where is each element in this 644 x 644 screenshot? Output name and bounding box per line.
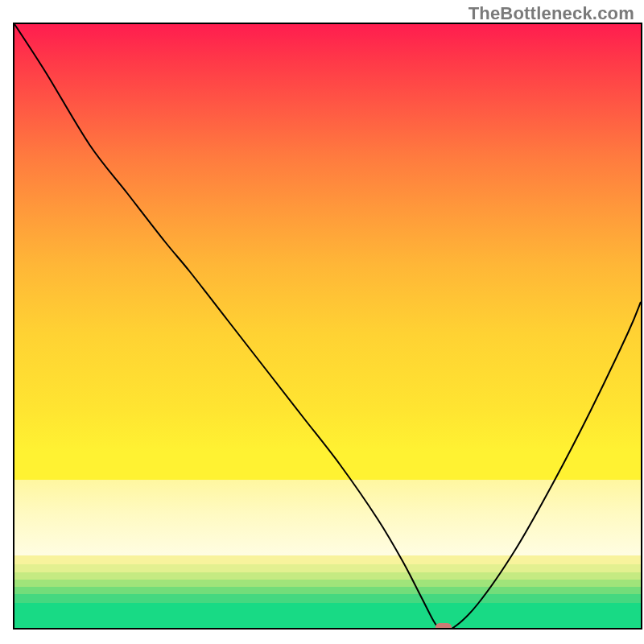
bottleneck-curve-path [14, 24, 641, 628]
watermark-text: TheBottleneck.com [469, 3, 634, 24]
chart-container: TheBottleneck.com [0, 0, 644, 644]
plot-area [13, 23, 642, 630]
curve-svg [14, 24, 641, 628]
min-marker [436, 623, 452, 628]
